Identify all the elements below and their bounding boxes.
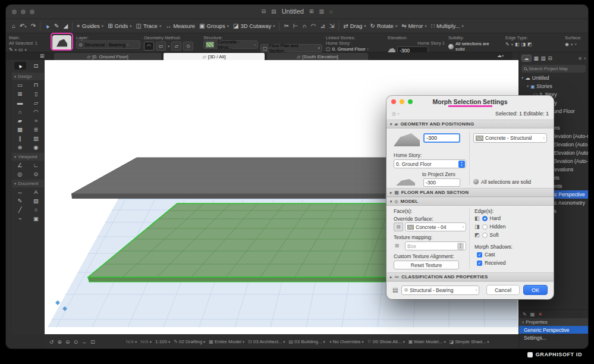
grids-button[interactable]: ⊞Grids▾ bbox=[108, 23, 131, 29]
dimension-tool[interactable]: ↔ bbox=[14, 188, 26, 196]
undo-button[interactable]: ↶▾ bbox=[20, 23, 27, 29]
layout-book-icon[interactable]: ▤ bbox=[541, 55, 546, 61]
statusbar-model-view[interactable]: ▣Main Model...▾ bbox=[408, 339, 446, 344]
properties-header[interactable]: ▾Properties bbox=[519, 318, 588, 326]
lamp-tool[interactable]: ◉ bbox=[30, 143, 42, 151]
tree-item[interactable]: ▾☁Untitled bbox=[519, 74, 588, 82]
fill-tool[interactable]: ▨ bbox=[30, 197, 42, 205]
section-tool[interactable]: ∠ bbox=[14, 161, 26, 169]
tree-item[interactable]: ▾▣Stories bbox=[519, 82, 588, 90]
building-material-dropdown[interactable]: Concrete - Structural› bbox=[473, 133, 547, 143]
geometry-method-rotated[interactable]: ◇ bbox=[183, 42, 193, 51]
publisher-icon[interactable]: ⊟ bbox=[548, 55, 552, 61]
navigator-menu-icon[interactable]: ≡ bbox=[579, 55, 582, 61]
to-project-zero-field[interactable]: -300 bbox=[423, 178, 460, 187]
zone-tool[interactable]: ▦ bbox=[14, 125, 26, 133]
view-map-icon[interactable]: ▦ bbox=[534, 55, 539, 61]
shell-tool[interactable]: ◠ bbox=[30, 108, 42, 115]
statusbar-item[interactable]: N/A▾ bbox=[140, 339, 152, 344]
fit-icon[interactable]: ⊡ bbox=[90, 339, 95, 345]
edge-hidden-icon[interactable]: ◨ bbox=[521, 42, 526, 47]
statusbar-overrides[interactable]: ◑No Overrides▾ bbox=[329, 339, 364, 344]
curtain-wall-tool[interactable]: ▥ bbox=[30, 134, 42, 142]
edge-option-soft[interactable]: ◩Soft bbox=[474, 232, 499, 238]
grid-icon[interactable]: ▦ bbox=[530, 312, 535, 317]
edit-icon[interactable]: ✎ bbox=[523, 312, 527, 317]
fill-icon[interactable]: ▭ bbox=[18, 47, 23, 52]
resize-icon[interactable]: ⊿ bbox=[320, 23, 325, 29]
statusbar-scale[interactable]: 1:100▾ bbox=[155, 339, 170, 344]
split-icon[interactable]: ✂ bbox=[284, 23, 288, 29]
properties-selected-item[interactable]: Generic Perspective bbox=[519, 326, 588, 334]
groups-button[interactable]: ▣Groups▾ bbox=[199, 23, 229, 29]
text-tool[interactable]: A bbox=[30, 188, 42, 196]
arrow-tool[interactable]: ▲ bbox=[14, 62, 26, 70]
circle-tool[interactable]: ○ bbox=[30, 206, 42, 214]
figure-tool[interactable]: ▣ bbox=[30, 215, 42, 222]
radio-selected[interactable] bbox=[482, 216, 488, 221]
statusbar-model-filter[interactable]: ▦Entire Model▾ bbox=[209, 339, 244, 344]
statusbar-item[interactable]: N/A▾ bbox=[126, 339, 137, 344]
measure-button[interactable]: ↔Measure bbox=[165, 23, 195, 29]
railing-tool[interactable]: ∥ bbox=[14, 134, 26, 142]
detail-tool[interactable]: ⊙ bbox=[30, 170, 42, 178]
edge-hard-icon[interactable]: ◧ bbox=[515, 42, 520, 47]
floor-plan-display-dropdown[interactable]: ▢Floor Plan and Section...▾ bbox=[260, 44, 322, 52]
adjust-icon[interactable]: ⊢ bbox=[293, 23, 298, 29]
geometry-method-draft[interactable]: ◠ bbox=[144, 42, 154, 51]
arrow-cursor-icon[interactable]: ▲ bbox=[43, 22, 51, 30]
tab-3d-all[interactable]: ▱[3D / All] bbox=[163, 52, 265, 60]
redo-button[interactable]: ↷ bbox=[31, 23, 36, 29]
marquee-tool[interactable]: ⊡ bbox=[30, 62, 42, 70]
home-story-value[interactable]: 0. Ground Floor bbox=[332, 46, 366, 52]
dialog-layer-dropdown[interactable]: ⊙Structural - Bearing› bbox=[401, 285, 479, 295]
statusbar-pen-set[interactable]: ✎02 Drafting▾ bbox=[174, 339, 205, 344]
beam-tool[interactable]: ▬ bbox=[14, 99, 26, 106]
override-surface-dropdown[interactable]: Concrete - 04› bbox=[405, 222, 466, 231]
checkbox-checked[interactable]: ✓ bbox=[477, 252, 482, 258]
intersect-icon[interactable]: ∩ bbox=[303, 23, 307, 29]
pen-icon[interactable]: ✎ bbox=[505, 42, 510, 47]
radio[interactable] bbox=[482, 233, 488, 238]
statusbar-renovation[interactable]: ⚐00 Show All...▾ bbox=[367, 339, 405, 344]
geometry-method-box[interactable]: ▭ bbox=[156, 42, 166, 51]
titlebar-icon[interactable]: ⊞ bbox=[309, 8, 314, 14]
radio[interactable] bbox=[482, 224, 488, 230]
edge-option-hard[interactable]: ◧Hard bbox=[474, 215, 501, 221]
titlebar-icon[interactable]: ▥ bbox=[319, 8, 324, 14]
edge-option-hidden[interactable]: ◨Hidden bbox=[474, 224, 505, 230]
cutaway-button[interactable]: ◪3D Cutaway▾ bbox=[233, 23, 275, 29]
paint-icon[interactable]: ⊟ bbox=[394, 222, 403, 231]
tab-ground-floor[interactable]: ▱[0. Ground Floor] bbox=[54, 52, 162, 60]
texture-box-icon[interactable]: ▦ bbox=[395, 243, 400, 248]
pan-icon[interactable]: ↔ bbox=[81, 339, 87, 345]
search-field[interactable] bbox=[521, 65, 586, 73]
project-map-icon[interactable]: ☁ bbox=[521, 55, 532, 62]
cancel-button[interactable]: Cancel bbox=[486, 285, 520, 295]
tab-south-elevation[interactable]: ▱[South Elevation] bbox=[266, 52, 369, 60]
section-model[interactable]: ▾◇MODEL bbox=[386, 197, 554, 206]
line-tool[interactable]: ╱ bbox=[14, 206, 26, 214]
wall-tool[interactable]: ▭ bbox=[14, 81, 26, 89]
door-tool[interactable]: ⊓ bbox=[30, 81, 42, 89]
elevation-tool[interactable]: ∟ bbox=[30, 161, 42, 169]
pen-icon[interactable]: ✎ bbox=[9, 47, 13, 52]
orbit-icon[interactable]: ⊙ bbox=[74, 339, 78, 345]
spline-tool[interactable]: ~ bbox=[14, 215, 26, 222]
zoom-out-icon[interactable]: ⊖ bbox=[65, 339, 70, 345]
section-floor-plan[interactable]: ▸▤FLOOR PLAN AND SECTION bbox=[386, 188, 554, 197]
titlebar-icon[interactable]: ⌂ bbox=[329, 8, 332, 14]
ok-button[interactable]: OK bbox=[523, 285, 548, 295]
mesh-tool[interactable]: ≈ bbox=[30, 117, 42, 124]
stretch-icon[interactable]: ⇲ bbox=[329, 23, 334, 29]
section-classification[interactable]: ▸≔CLASSIFICATION AND PROPERTIES bbox=[386, 272, 554, 281]
back-icon[interactable]: ↺ bbox=[49, 339, 54, 345]
geometry-method-skew[interactable]: ▱ bbox=[171, 42, 181, 51]
stair-tool[interactable]: ≣ bbox=[30, 125, 42, 133]
home-icon[interactable]: ⌂ bbox=[12, 23, 15, 29]
favorites-star-icon[interactable]: ☆ bbox=[391, 111, 397, 117]
pen-icon[interactable]: ✎ bbox=[54, 23, 59, 29]
surface-sphere-icon[interactable]: ◉ bbox=[565, 42, 569, 47]
statusbar-style[interactable]: ◪Simple Shad...▾ bbox=[450, 339, 489, 344]
guides-button[interactable]: ⌖Guides▾ bbox=[77, 23, 103, 30]
